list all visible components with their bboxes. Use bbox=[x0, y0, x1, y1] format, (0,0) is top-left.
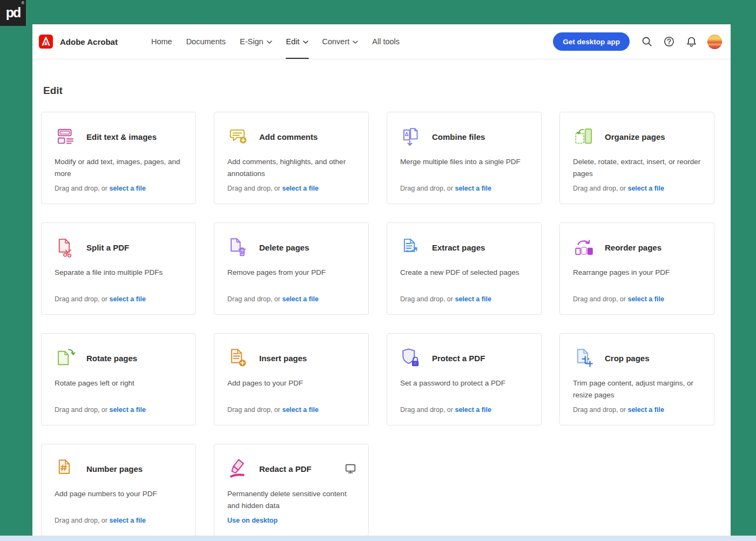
select-a-file-link[interactable]: select a file bbox=[627, 295, 664, 303]
user-avatar[interactable] bbox=[707, 35, 722, 49]
tool-card-reorder-pages[interactable]: Reorder pages Rearrange pages in your PD… bbox=[559, 222, 714, 315]
tool-card-description: Separate a file into multiple PDFs bbox=[55, 267, 184, 279]
notifications-bell-icon bbox=[686, 36, 697, 48]
tool-card-redact-a-pdf[interactable]: Redact a PDF Permanently delete sensitiv… bbox=[214, 444, 369, 536]
nav-item-all-tools[interactable]: All tools bbox=[365, 24, 407, 59]
tool-card-insert-pages[interactable]: Insert pages Add pages to your PDF Drag … bbox=[214, 333, 369, 425]
card-head: Delete pages bbox=[227, 236, 356, 259]
get-desktop-app-button[interactable]: Get desktop app bbox=[553, 32, 630, 51]
select-a-file-link[interactable]: select a file bbox=[282, 185, 318, 192]
tool-card-footer: Drag and drop, or select a file bbox=[400, 295, 491, 303]
bottom-strip bbox=[0, 536, 756, 541]
tool-card-split-a-pdf[interactable]: Split a PDF Separate a file into multipl… bbox=[41, 222, 196, 315]
nav-item-edit[interactable]: Edit bbox=[279, 24, 315, 59]
select-a-file-link[interactable]: select a file bbox=[627, 406, 664, 414]
tool-card-footer: Drag and drop, or select a file bbox=[55, 517, 146, 524]
tool-card-delete-pages[interactable]: Delete pages Remove pages from your PDF … bbox=[214, 222, 369, 315]
edit-text-and-images-icon bbox=[55, 125, 77, 148]
tool-card-footer: Drag and drop, or select a file bbox=[55, 406, 146, 414]
nav-item-documents[interactable]: Documents bbox=[179, 24, 233, 59]
search-icon bbox=[642, 36, 652, 47]
card-head: Crop pages bbox=[573, 347, 702, 369]
tool-card-title: Edit text & images bbox=[86, 132, 157, 141]
tool-card-footer: Use on desktop bbox=[227, 517, 278, 524]
app-title: Adobe Acrobat bbox=[60, 37, 118, 46]
tool-card-description: Trim page content, adjust margins, or re… bbox=[573, 377, 702, 401]
tool-card-description: Permanently delete sensitive content and… bbox=[227, 488, 356, 511]
tool-card-edit-text-and-images[interactable]: Edit text & images Modify or add text, i… bbox=[41, 112, 196, 204]
protect-a-pdf-icon bbox=[400, 347, 423, 369]
tool-card-title: Insert pages bbox=[259, 354, 307, 363]
card-head: Split a PDF bbox=[55, 236, 184, 259]
crop-pages-icon bbox=[573, 347, 596, 369]
tool-card-description: Set a password to protect a PDF bbox=[400, 377, 529, 389]
tool-card-footer: Drag and drop, or select a file bbox=[55, 185, 146, 192]
tools-grid: Edit text & images Modify or add text, i… bbox=[41, 112, 714, 536]
tool-card-title: Extract pages bbox=[432, 243, 485, 252]
tool-card-title: Reorder pages bbox=[605, 243, 662, 252]
primary-nav: Home Documents E-Sign Edit Convert bbox=[144, 24, 407, 59]
tool-card-footer: Drag and drop, or select a file bbox=[573, 185, 664, 192]
tool-card-title: Rotate pages bbox=[86, 354, 137, 363]
tool-card-footer: Drag and drop, or select a file bbox=[227, 406, 319, 414]
nav-item-esign[interactable]: E-Sign bbox=[233, 24, 279, 59]
tool-card-title: Delete pages bbox=[259, 243, 309, 252]
search-button[interactable] bbox=[638, 32, 656, 51]
redact-a-pdf-icon bbox=[227, 457, 250, 480]
tool-card-number-pages[interactable]: Number pages Add page numbers to your PD… bbox=[41, 444, 196, 536]
tool-card-crop-pages[interactable]: Crop pages Trim page content, adjust mar… bbox=[559, 333, 714, 425]
use-on-desktop-link[interactable]: Use on desktop bbox=[227, 517, 278, 524]
number-pages-icon bbox=[55, 457, 77, 480]
tool-card-extract-pages[interactable]: Extract pages Create a new PDF of select… bbox=[387, 222, 542, 315]
card-head: Insert pages bbox=[227, 347, 356, 369]
tool-card-description: Create a new PDF of selected pages bbox=[400, 267, 529, 279]
desktop-monitor-icon bbox=[345, 463, 356, 475]
add-comments-icon bbox=[227, 125, 250, 148]
rotate-pages-icon bbox=[55, 347, 77, 369]
extract-pages-icon bbox=[400, 236, 423, 259]
acrobat-web-window: Adobe Acrobat Home Documents E-Sign Edit bbox=[32, 24, 731, 536]
notifications-button[interactable] bbox=[682, 32, 700, 51]
tool-card-add-comments[interactable]: Add comments Add comments, highlights, a… bbox=[214, 112, 369, 204]
header-actions: Get desktop app bbox=[553, 32, 722, 51]
tool-card-protect-a-pdf[interactable]: Protect a PDF Set a password to protect … bbox=[387, 333, 542, 425]
tool-card-rotate-pages[interactable]: Rotate pages Rotate pages left or right … bbox=[41, 333, 196, 425]
select-a-file-link[interactable]: select a file bbox=[109, 185, 145, 192]
chevron-down-icon bbox=[267, 40, 272, 44]
tool-card-description: Add comments, highlights, and other anno… bbox=[227, 156, 356, 179]
tool-card-title: Add comments bbox=[259, 132, 318, 141]
card-head: Protect a PDF bbox=[400, 347, 529, 369]
page-title: Edit bbox=[43, 85, 714, 97]
tool-card-combine-files[interactable]: Combine files Merge multiple files into … bbox=[387, 112, 542, 204]
help-button[interactable] bbox=[660, 32, 678, 51]
select-a-file-link[interactable]: select a file bbox=[109, 295, 145, 303]
pd-brand-badge: pd ® bbox=[0, 0, 26, 26]
tool-card-title: Split a PDF bbox=[86, 243, 129, 252]
delete-pages-icon bbox=[227, 236, 250, 259]
select-a-file-link[interactable]: select a file bbox=[282, 406, 318, 414]
nav-item-home[interactable]: Home bbox=[144, 24, 179, 59]
select-a-file-link[interactable]: select a file bbox=[282, 295, 318, 303]
tool-card-description: Delete, rotate, extract, insert, or reor… bbox=[573, 156, 702, 179]
tool-card-organize-pages[interactable]: Organize pages Delete, rotate, extract, … bbox=[559, 112, 714, 204]
select-a-file-link[interactable]: select a file bbox=[627, 185, 664, 192]
select-a-file-link[interactable]: select a file bbox=[109, 406, 145, 414]
tool-card-footer: Drag and drop, or select a file bbox=[55, 295, 146, 303]
card-head: Number pages bbox=[55, 457, 184, 480]
tool-card-title: Redact a PDF bbox=[259, 464, 312, 474]
select-a-file-link[interactable]: select a file bbox=[455, 406, 491, 414]
select-a-file-link[interactable]: select a file bbox=[455, 295, 491, 303]
card-head: Extract pages bbox=[400, 236, 529, 259]
tool-card-footer: Drag and drop, or select a file bbox=[573, 406, 664, 414]
top-navigation-bar: Adobe Acrobat Home Documents E-Sign Edit bbox=[32, 24, 731, 59]
select-a-file-link[interactable]: select a file bbox=[455, 185, 491, 192]
tool-card-footer: Drag and drop, or select a file bbox=[400, 185, 491, 192]
pd-logo: pd bbox=[6, 5, 21, 21]
insert-pages-icon bbox=[227, 347, 250, 369]
tool-card-title: Combine files bbox=[432, 132, 485, 141]
edit-tools-page: Edit Edit text & images Modify or a bbox=[32, 59, 731, 536]
nav-item-convert[interactable]: Convert bbox=[315, 24, 366, 59]
select-a-file-link[interactable]: select a file bbox=[109, 517, 145, 524]
combine-files-icon bbox=[400, 125, 423, 148]
card-head: Organize pages bbox=[573, 125, 702, 148]
